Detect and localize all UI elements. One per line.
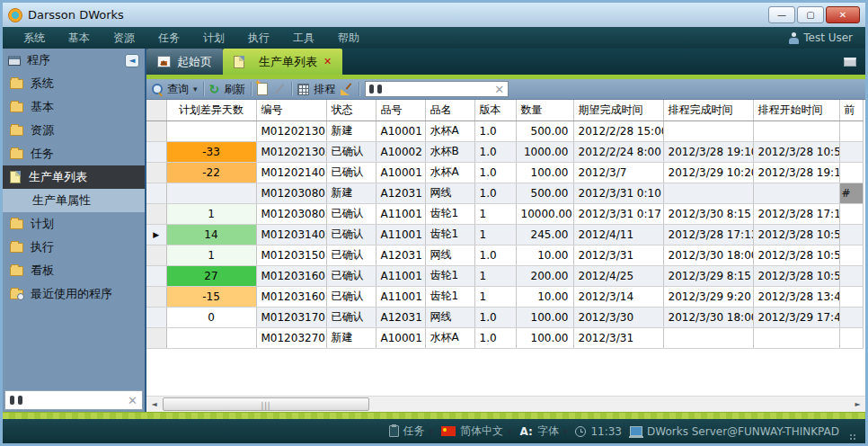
cell-status[interactable]: 新建 — [326, 183, 376, 203]
pin-panel-icon[interactable] — [844, 58, 856, 67]
cell-name[interactable]: 齿轮1 — [425, 265, 474, 286]
restore-button[interactable]: ▢ — [797, 6, 824, 23]
schedule-button[interactable]: 排程 — [297, 82, 335, 97]
row-marker[interactable] — [146, 162, 166, 183]
cell-sched_end[interactable]: 2012/3/30 8:15 — [663, 203, 753, 224]
cell-name[interactable]: 水杯B — [425, 141, 474, 162]
menu-item-4[interactable]: 计划 — [191, 31, 236, 46]
cell-due[interactable]: 2012/4/25 — [573, 265, 663, 286]
tab-1[interactable]: 生产单列表✕ — [223, 49, 342, 75]
filter-search-box[interactable]: ✕ — [365, 81, 509, 97]
cell-ver[interactable]: 1.0 — [474, 245, 516, 265]
cell-name[interactable]: 齿轮1 — [425, 286, 474, 307]
menu-item-2[interactable]: 资源 — [102, 31, 146, 46]
tab-close-icon[interactable]: ✕ — [323, 56, 332, 67]
refresh-button[interactable]: ↻ 刷新 — [209, 82, 246, 97]
cell-due[interactable]: 2012/4/11 — [573, 224, 663, 245]
cell-name[interactable]: 水杯A — [425, 327, 474, 348]
cell-sched_start[interactable]: 2012/3/28 10:52 — [753, 245, 839, 265]
cell-diff[interactable]: 14 — [166, 224, 256, 245]
title-bar[interactable]: Darsson DWorks — ▢ ✕ — [3, 3, 865, 27]
cell-name[interactable]: 网线 — [425, 183, 474, 203]
cell-extra[interactable] — [839, 120, 863, 141]
table-row[interactable]: 1M012030802已确认A11001齿轮1110000.002012/3/3… — [146, 203, 863, 224]
close-button[interactable]: ✕ — [826, 6, 860, 23]
cell-ver[interactable]: 1 — [474, 265, 516, 286]
cell-status[interactable]: 新建 — [326, 120, 376, 141]
cell-due[interactable]: 2012/3/31 — [573, 327, 663, 348]
tab-0[interactable]: 起始页 — [146, 49, 223, 75]
cell-ver[interactable]: 1 — [474, 224, 516, 245]
table-row[interactable]: 27M012031601已确认A11001齿轮11200.002012/4/25… — [146, 265, 863, 286]
cell-sched_end[interactable]: 2012/3/30 18:00 — [663, 245, 753, 265]
sidebar-item-1[interactable]: 基本 — [3, 95, 145, 119]
cell-no[interactable]: M012031501 — [256, 245, 326, 265]
horizontal-scrollbar[interactable]: ◄ ||| ► — [146, 396, 865, 412]
cell-status[interactable]: 新建 — [326, 327, 376, 348]
column-header-3[interactable]: 品号 — [376, 100, 425, 120]
cell-status[interactable]: 已确认 — [326, 286, 376, 307]
cell-extra[interactable] — [839, 307, 863, 327]
cell-item[interactable]: A12031 — [376, 183, 425, 203]
table-row[interactable]: M012032701新建A10001水杯A1.0100.002012/3/31 — [146, 327, 863, 348]
sidebar-item-6[interactable]: 计划 — [3, 212, 145, 236]
sidebar-item-9[interactable]: 最近使用的程序 — [3, 282, 145, 306]
cell-item[interactable]: A12031 — [376, 245, 425, 265]
cell-sched_start[interactable]: 2012/3/28 13:40 — [753, 286, 839, 307]
cell-no[interactable]: M012031402 — [256, 224, 326, 245]
column-header-6[interactable]: 数量 — [516, 100, 573, 120]
cell-no[interactable]: M012030802 — [256, 203, 326, 224]
collapse-sidebar-button[interactable]: ◄ — [125, 54, 139, 67]
sidebar-item-8[interactable]: 看板 — [3, 259, 145, 282]
cell-due[interactable]: 2012/2/28 15:00 — [573, 120, 663, 141]
cell-qty[interactable]: 200.00 — [516, 265, 573, 286]
task-menu[interactable]: 任务 ▾ — [389, 424, 434, 439]
cell-status[interactable]: 已确认 — [326, 203, 376, 224]
filter-clear-icon[interactable]: ✕ — [494, 83, 504, 96]
table-row[interactable]: -22M012021401已确认A10001水杯A1.0100.002012/3… — [146, 162, 863, 183]
cell-diff[interactable]: -33 — [166, 141, 256, 162]
cell-qty[interactable]: 10.00 — [516, 245, 573, 265]
row-marker[interactable] — [146, 286, 166, 307]
cell-no[interactable]: M012031701 — [256, 307, 326, 327]
query-button[interactable]: 查询 ▾ — [152, 82, 198, 97]
scroll-right-arrow[interactable]: ► — [850, 397, 865, 412]
column-header-1[interactable]: 编号 — [256, 100, 326, 120]
cell-sched_end[interactable]: 2012/3/28 17:13 — [663, 224, 753, 245]
table-row[interactable]: ▶14M012031402已确认A11001齿轮11245.002012/4/1… — [146, 224, 863, 245]
language-menu[interactable]: 简体中文 ▾ — [441, 424, 512, 439]
menu-item-3[interactable]: 任务 — [146, 31, 191, 46]
cell-extra[interactable] — [839, 162, 863, 183]
query-dropdown-caret[interactable]: ▾ — [193, 85, 198, 94]
sidebar-item-5[interactable]: 生产单属性 — [3, 189, 145, 212]
sidebar-search-box[interactable]: ✕ — [4, 390, 143, 410]
splitter-strip[interactable] — [3, 412, 865, 419]
cell-sched_start[interactable] — [753, 120, 839, 141]
scrollbar-thumb[interactable]: ||| — [163, 397, 369, 411]
user-indicator[interactable]: Test User — [789, 31, 856, 44]
cell-diff[interactable]: 1 — [166, 245, 256, 265]
cell-extra[interactable] — [839, 203, 863, 224]
sidebar-item-3[interactable]: 任务 — [3, 142, 145, 165]
sidebar-item-4[interactable]: 生产单列表 — [3, 165, 145, 189]
cell-due[interactable]: 2012/3/14 — [573, 286, 663, 307]
font-menu[interactable]: A: 字体 ▾ — [520, 424, 568, 439]
cell-sched_end[interactable]: 2012/3/29 9:20 — [663, 286, 753, 307]
cell-sched_end[interactable] — [663, 183, 753, 203]
cell-due[interactable]: 2012/3/31 0:17 — [573, 203, 663, 224]
row-marker[interactable] — [146, 265, 166, 286]
cell-due[interactable]: 2012/2/24 8:00 — [573, 141, 663, 162]
row-marker[interactable] — [146, 327, 166, 348]
cell-no[interactable]: M012031601 — [256, 265, 326, 286]
cell-sched_end[interactable]: 2012/3/29 10:20 — [663, 162, 753, 183]
table-row[interactable]: M012021301新建A10001水杯A1.0500.002012/2/28 … — [146, 120, 863, 141]
menu-item-5[interactable]: 执行 — [236, 31, 281, 46]
cell-sched_start[interactable]: 2012/3/28 19:10 — [753, 162, 839, 183]
cell-item[interactable]: A10001 — [376, 162, 425, 183]
resize-grip[interactable] — [849, 433, 856, 441]
cell-sched_start[interactable] — [753, 327, 839, 348]
table-row[interactable]: 1M012031501已确认A12031网线1.010.002012/3/312… — [146, 245, 863, 265]
table-row[interactable]: -33M012021302已确认A10002水杯B1.01000.002012/… — [146, 141, 863, 162]
cell-qty[interactable]: 100.00 — [516, 307, 573, 327]
cell-item[interactable]: A10001 — [376, 120, 425, 141]
